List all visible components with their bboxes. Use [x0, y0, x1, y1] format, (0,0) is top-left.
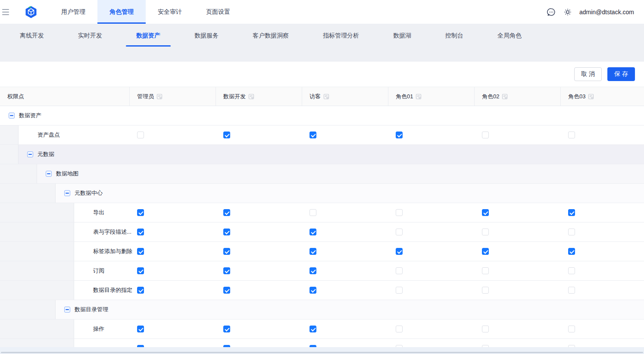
product-tab-0[interactable]: 离线开发 [9, 24, 54, 47]
gear-icon[interactable] [563, 7, 572, 17]
checkbox-checked[interactable] [482, 248, 489, 255]
permission-cell [475, 222, 561, 241]
checkbox-checked[interactable] [309, 267, 316, 274]
checkbox-unchecked[interactable] [482, 267, 489, 274]
collapse-minus-icon[interactable] [64, 307, 70, 313]
checkbox-unchecked[interactable] [396, 229, 403, 235]
product-tab-1[interactable]: 实时开发 [68, 24, 113, 47]
checkbox-unchecked[interactable] [568, 326, 575, 332]
product-tab-4[interactable]: 客户数据洞察 [242, 24, 299, 47]
horizontal-scrollbar[interactable] [1, 352, 643, 353]
permission-cell [561, 242, 644, 261]
product-tab-8[interactable]: 全局角色 [487, 24, 532, 47]
column-header-label: 数据开发 [223, 93, 246, 100]
top-tab-3[interactable]: 页面设置 [194, 0, 242, 24]
cancel-button[interactable]: 取 消 [574, 67, 602, 81]
permission-row: 表与字段描述... [0, 222, 644, 242]
top-tab-2[interactable]: 安全审计 [146, 0, 194, 24]
product-tab-3[interactable]: 数据服务 [184, 24, 229, 47]
dtstack-logo[interactable] [25, 0, 38, 24]
permission-cell [302, 125, 388, 144]
checkbox-unchecked[interactable] [309, 209, 316, 216]
checkbox-checked[interactable] [137, 209, 144, 216]
column-header-label: 角色01 [396, 93, 413, 100]
collapse-minus-icon[interactable] [9, 113, 15, 119]
checkbox-checked[interactable] [137, 287, 144, 294]
checkbox-unchecked[interactable] [396, 209, 403, 216]
top-tab-0[interactable]: 用户管理 [49, 0, 97, 24]
permission-row: 订阅 [0, 261, 644, 281]
checkbox-checked[interactable] [137, 326, 144, 332]
checkbox-checked[interactable] [568, 248, 575, 255]
checkbox-checked[interactable] [137, 248, 144, 255]
edit-role-icon[interactable] [416, 94, 422, 100]
permission-row: 操作 [0, 320, 644, 339]
hamburger-menu-icon[interactable] [0, 0, 17, 24]
collapse-minus-icon[interactable] [27, 151, 33, 157]
tree-indent-gutter [0, 203, 74, 222]
user-email[interactable]: admin@dtstack.com [579, 9, 634, 16]
column-header-5: 角色02 [475, 87, 561, 106]
collapse-minus-icon[interactable] [64, 190, 70, 196]
checkbox-checked[interactable] [223, 209, 230, 216]
checkbox-checked[interactable] [568, 209, 575, 216]
save-button[interactable]: 保 存 [607, 67, 635, 81]
role-permission-panel: 取 消 保 存 权限点管理员数据开发访客角色01角色02角色03 数据资产资产盘… [0, 62, 644, 354]
permission-label: 导出 [93, 209, 104, 216]
permission-cell [475, 261, 561, 280]
permission-cell [302, 222, 388, 241]
checkbox-checked[interactable] [223, 229, 230, 235]
checkbox-checked[interactable] [137, 229, 144, 235]
checkbox-unchecked[interactable] [482, 326, 489, 332]
edit-role-icon[interactable] [588, 94, 594, 100]
checkbox-unchecked[interactable] [568, 287, 575, 294]
checkbox-checked[interactable] [309, 326, 316, 332]
product-tab-5[interactable]: 指标管理分析 [313, 24, 369, 47]
permission-cell [475, 242, 561, 261]
checkbox-checked[interactable] [223, 326, 230, 332]
checkbox-unchecked[interactable] [137, 132, 144, 138]
product-tab-2[interactable]: 数据资产 [126, 24, 171, 47]
checkbox-checked[interactable] [396, 132, 403, 138]
checkbox-unchecked[interactable] [568, 267, 575, 274]
edit-role-icon[interactable] [156, 94, 163, 100]
checkbox-checked[interactable] [482, 209, 489, 216]
logo-hexagon-icon [25, 6, 38, 19]
product-tab-6[interactable]: 数据湖 [383, 24, 422, 47]
checkbox-checked[interactable] [223, 287, 230, 294]
checkbox-checked[interactable] [309, 229, 316, 235]
tree-indent-gutter [0, 300, 56, 319]
checkbox-unchecked[interactable] [396, 267, 403, 274]
permission-cell [130, 125, 216, 144]
product-tab-7[interactable]: 控制台 [435, 24, 474, 47]
edit-role-icon[interactable] [323, 94, 329, 100]
checkbox-unchecked[interactable] [482, 229, 489, 235]
page: 用户管理角色管理安全审计页面设置 admin@dtstack.com 离线开发实… [0, 0, 644, 354]
permission-cell [388, 261, 475, 280]
column-header-2: 数据开发 [216, 87, 302, 106]
checkbox-checked[interactable] [223, 132, 230, 138]
checkbox-unchecked[interactable] [396, 287, 403, 294]
checkbox-checked[interactable] [223, 248, 230, 255]
tree-group-row: 元数据 [0, 145, 644, 164]
checkbox-checked[interactable] [309, 132, 316, 138]
permission-cell [302, 203, 388, 222]
group-label: 数据资产 [19, 112, 41, 119]
checkbox-unchecked[interactable] [568, 229, 575, 235]
permission-cell [561, 320, 644, 338]
checkbox-checked[interactable] [137, 267, 144, 274]
checkbox-checked[interactable] [309, 287, 316, 294]
checkbox-checked[interactable] [309, 248, 316, 255]
top-tab-1[interactable]: 角色管理 [97, 0, 146, 24]
edit-role-icon[interactable] [248, 94, 254, 100]
checkbox-unchecked[interactable] [396, 326, 403, 332]
collapse-minus-icon[interactable] [46, 171, 52, 177]
checkbox-checked[interactable] [396, 248, 403, 255]
checkbox-unchecked[interactable] [568, 132, 575, 138]
checkbox-checked[interactable] [223, 267, 230, 274]
checkbox-unchecked[interactable] [482, 287, 489, 294]
checkbox-unchecked[interactable] [482, 132, 489, 138]
permission-cell [216, 242, 302, 261]
edit-role-icon[interactable] [502, 94, 508, 100]
message-bubble-icon[interactable] [547, 7, 556, 17]
